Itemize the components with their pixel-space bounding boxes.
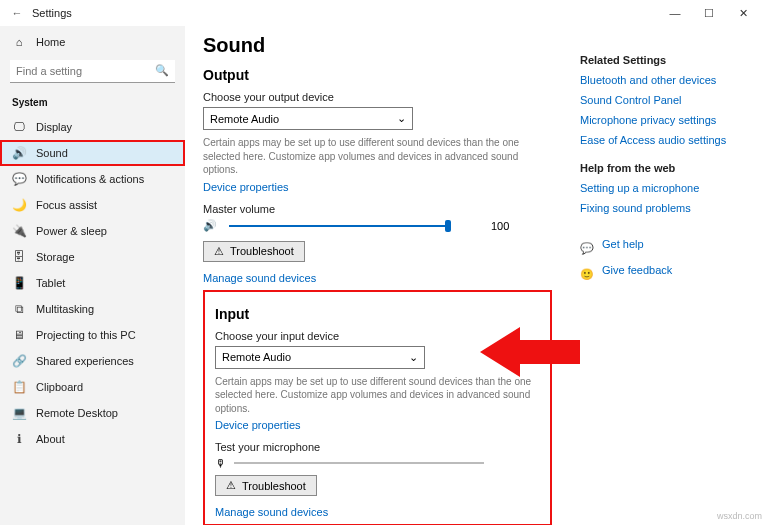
output-troubleshoot-button[interactable]: ⚠ Troubleshoot [203, 241, 305, 262]
storage-icon: 🗄 [12, 250, 26, 264]
input-note: Certain apps may be set up to use differ… [215, 375, 540, 416]
help-link-fix-sound[interactable]: Fixing sound problems [580, 202, 750, 214]
feedback-icon: 🙂 [580, 268, 594, 281]
input-choose-label: Choose your input device [215, 330, 540, 342]
warning-icon: ⚠ [226, 479, 236, 492]
main-content: Sound Output Choose your output device R… [203, 34, 552, 515]
multitasking-icon: ⧉ [12, 302, 26, 316]
back-icon[interactable]: ← [8, 7, 26, 19]
mic-level-meter [234, 462, 484, 464]
notifications-icon: 💬 [12, 172, 26, 186]
nav-item-display[interactable]: 🖵Display [0, 114, 185, 140]
search-icon: 🔍 [155, 64, 169, 77]
home-icon: ⌂ [12, 36, 26, 48]
nav-item-clipboard[interactable]: 📋Clipboard [0, 374, 185, 400]
help-web-heading: Help from the web [580, 162, 750, 174]
test-mic-label: Test your microphone [215, 441, 540, 453]
get-help-link[interactable]: 💬 Get help [580, 238, 750, 258]
output-heading: Output [203, 67, 552, 83]
input-section: Input Choose your input device Remote Au… [203, 290, 552, 526]
nav-item-about[interactable]: ℹAbout [0, 426, 185, 452]
related-link-bluetooth[interactable]: Bluetooth and other devices [580, 74, 750, 86]
close-button[interactable]: ✕ [726, 0, 760, 26]
output-device-value: Remote Audio [210, 113, 279, 125]
nav-item-notifications[interactable]: 💬Notifications & actions [0, 166, 185, 192]
master-volume-slider[interactable] [229, 219, 449, 233]
input-manage-link[interactable]: Manage sound devices [215, 506, 540, 518]
clipboard-icon: 📋 [12, 380, 26, 394]
output-note: Certain apps may be set up to use differ… [203, 136, 533, 177]
help-icon: 💬 [580, 242, 594, 255]
about-icon: ℹ [12, 432, 26, 446]
nav-item-projecting[interactable]: 🖥Projecting to this PC [0, 322, 185, 348]
nav-group-label: System [0, 89, 185, 114]
home-button[interactable]: ⌂ Home [0, 30, 185, 54]
nav-item-multitasking[interactable]: ⧉Multitasking [0, 296, 185, 322]
watermark: wsxdn.com [717, 511, 762, 521]
related-settings-heading: Related Settings [580, 54, 750, 66]
sound-icon: 🔊 [12, 146, 26, 160]
input-device-value: Remote Audio [222, 351, 291, 363]
master-volume-value: 100 [491, 220, 509, 232]
display-icon: 🖵 [12, 120, 26, 134]
remote-desktop-icon: 💻 [12, 406, 26, 420]
nav-item-remote-desktop[interactable]: 💻Remote Desktop [0, 400, 185, 426]
search-input[interactable] [10, 60, 175, 83]
warning-icon: ⚠ [214, 245, 224, 258]
chevron-down-icon: ⌄ [409, 351, 418, 364]
output-device-select[interactable]: Remote Audio ⌄ [203, 107, 413, 130]
focus-assist-icon: 🌙 [12, 198, 26, 212]
page-title: Sound [203, 34, 552, 57]
maximize-button[interactable]: ☐ [692, 0, 726, 26]
output-manage-link[interactable]: Manage sound devices [203, 272, 552, 284]
output-choose-label: Choose your output device [203, 91, 552, 103]
nav-item-tablet[interactable]: 📱Tablet [0, 270, 185, 296]
chevron-down-icon: ⌄ [397, 112, 406, 125]
nav-item-power[interactable]: 🔌Power & sleep [0, 218, 185, 244]
window-title: Settings [32, 7, 72, 19]
related-link-mic-privacy[interactable]: Microphone privacy settings [580, 114, 750, 126]
titlebar: ← Settings — ☐ ✕ [0, 0, 768, 26]
tablet-icon: 📱 [12, 276, 26, 290]
master-volume-label: Master volume [203, 203, 552, 215]
sidebar: ⌂ Home 🔍 System 🖵Display 🔊Sound 💬Notific… [0, 26, 185, 525]
nav-item-focus-assist[interactable]: 🌙Focus assist [0, 192, 185, 218]
aside: Related Settings Bluetooth and other dev… [580, 34, 750, 515]
help-link-setup-mic[interactable]: Setting up a microphone [580, 182, 750, 194]
nav-item-shared[interactable]: 🔗Shared experiences [0, 348, 185, 374]
shared-icon: 🔗 [12, 354, 26, 368]
speaker-icon: 🔊 [203, 219, 217, 232]
input-troubleshoot-button[interactable]: ⚠ Troubleshoot [215, 475, 317, 496]
projecting-icon: 🖥 [12, 328, 26, 342]
output-device-properties-link[interactable]: Device properties [203, 181, 552, 193]
nav-item-storage[interactable]: 🗄Storage [0, 244, 185, 270]
power-icon: 🔌 [12, 224, 26, 238]
input-heading: Input [215, 306, 540, 322]
home-label: Home [36, 36, 65, 48]
microphone-icon: 🎙 [215, 457, 226, 469]
input-device-properties-link[interactable]: Device properties [215, 419, 540, 431]
related-link-eoa-audio[interactable]: Ease of Access audio settings [580, 134, 750, 146]
related-link-sound-cp[interactable]: Sound Control Panel [580, 94, 750, 106]
give-feedback-link[interactable]: 🙂 Give feedback [580, 264, 750, 284]
input-device-select[interactable]: Remote Audio ⌄ [215, 346, 425, 369]
nav-list: 🖵Display 🔊Sound 💬Notifications & actions… [0, 114, 185, 452]
nav-item-sound[interactable]: 🔊Sound [0, 140, 185, 166]
minimize-button[interactable]: — [658, 0, 692, 26]
